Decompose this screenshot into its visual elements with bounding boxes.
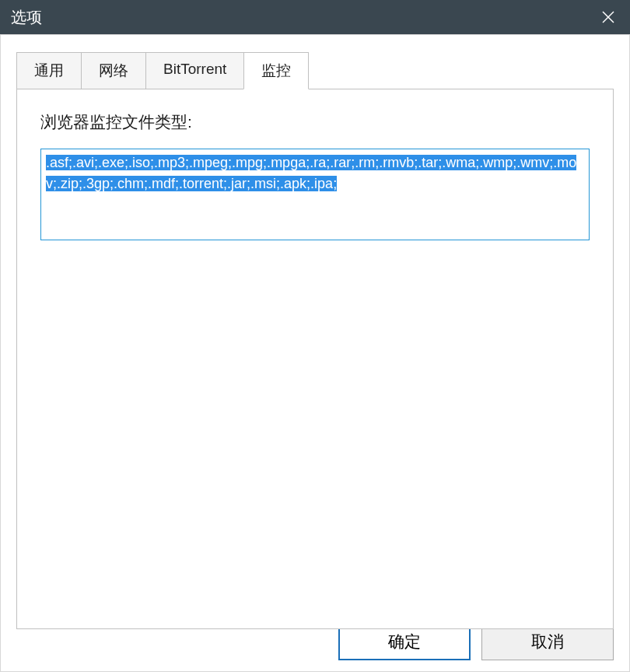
tab-bar: 通用 网络 BitTorrent 监控 (16, 52, 629, 89)
file-types-selected-text: .asf;.avi;.exe;.iso;.mp3;.mpeg;.mpg;.mpg… (46, 155, 576, 191)
tab-monitoring[interactable]: 监控 (243, 52, 309, 89)
close-button[interactable] (586, 0, 630, 34)
titlebar: 选项 (0, 0, 630, 34)
close-icon (601, 10, 615, 24)
tab-network[interactable]: 网络 (81, 52, 146, 89)
tab-bittorrent[interactable]: BitTorrent (145, 52, 244, 89)
file-types-label: 浏览器监控文件类型: (40, 111, 590, 133)
tab-panel-monitoring: 浏览器监控文件类型: .asf;.avi;.exe;.iso;.mp3;.mpe… (16, 89, 614, 629)
file-types-input[interactable]: .asf;.avi;.exe;.iso;.mp3;.mpeg;.mpg;.mpg… (40, 149, 590, 240)
window-title: 选项 (11, 7, 42, 28)
tab-general[interactable]: 通用 (16, 52, 82, 89)
dialog-body: 通用 网络 BitTorrent 监控 浏览器监控文件类型: .asf;.avi… (0, 34, 630, 672)
